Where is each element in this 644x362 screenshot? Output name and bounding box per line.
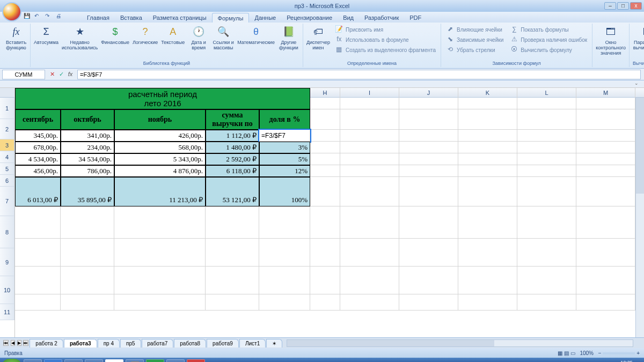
cell-C10[interactable] <box>15 267 61 294</box>
cell-L7[interactable] <box>517 177 576 206</box>
cell-E3[interactable]: 426,00р. <box>114 130 206 142</box>
logical-button[interactable]: ?Логические <box>133 25 158 45</box>
view-normal-icon[interactable]: ▦ <box>558 350 562 356</box>
cell-C2[interactable]: сентябрь <box>15 109 61 130</box>
cell-J5[interactable] <box>399 153 458 165</box>
cell-G5[interactable]: 5% <box>259 153 310 165</box>
cell-L9[interactable] <box>517 239 576 267</box>
row-header-10[interactable]: 10 <box>0 276 14 304</box>
remove-arrows-button[interactable]: ⟲Убрать стрелки <box>444 45 505 55</box>
cell-E4[interactable]: 568,00р. <box>114 142 206 153</box>
cell-J4[interactable] <box>399 142 458 153</box>
cell-I1[interactable] <box>340 88 399 109</box>
cell-L6[interactable] <box>517 165 576 177</box>
sheet-tab-работа 2[interactable]: работа 2 <box>30 339 63 348</box>
minimize-button[interactable]: – <box>604 2 616 10</box>
cell-D6[interactable]: 786,00р. <box>61 165 114 177</box>
horizontal-scrollbar[interactable] <box>287 339 633 347</box>
cell-L4[interactable] <box>517 142 576 153</box>
cell-L10[interactable] <box>517 267 576 294</box>
zoom-in-icon[interactable]: + <box>636 350 640 356</box>
recent-button[interactable]: ★Недавно использовались <box>62 25 98 50</box>
cell-G6[interactable]: 12% <box>259 165 310 177</box>
row-header-6[interactable]: 6 <box>0 175 14 187</box>
cell-M5[interactable] <box>576 153 635 165</box>
row-header-5[interactable]: 5 <box>0 163 14 175</box>
financial-button[interactable]: $Финансовые <box>101 25 129 45</box>
cell-D10[interactable] <box>61 267 114 294</box>
cell-G3[interactable]: =F3/$F7 <box>259 130 310 142</box>
cell-D8[interactable] <box>61 206 114 239</box>
name-box[interactable]: СУММ <box>2 70 45 79</box>
cell-I2[interactable] <box>340 109 399 130</box>
expand-formula-bar-icon[interactable]: ⌄ <box>634 80 639 86</box>
calc-options-button[interactable]: 🖩Параметры вычислений <box>633 25 644 50</box>
more-button[interactable]: 📗Другие функции <box>278 25 299 50</box>
cell-J6[interactable] <box>399 165 458 177</box>
row-header-8[interactable]: 8 <box>0 216 14 248</box>
cell-C9[interactable] <box>15 239 61 267</box>
cell-I6[interactable] <box>340 165 399 177</box>
cell-F3[interactable]: 1 112,00 ₽ <box>206 130 259 142</box>
word-icon[interactable]: W <box>44 359 62 362</box>
cell-I5[interactable] <box>340 153 399 165</box>
cell-K10[interactable] <box>458 267 517 294</box>
fx-bar-icon[interactable]: fx <box>67 71 74 78</box>
cell-M10[interactable] <box>576 267 635 294</box>
cell-J1[interactable] <box>399 88 458 109</box>
cell-H8[interactable] <box>310 206 340 239</box>
cell-J3[interactable] <box>399 130 458 142</box>
cell-G2[interactable]: доля в % <box>259 109 310 130</box>
cell-I4[interactable] <box>340 142 399 153</box>
cell-G7[interactable]: 100% <box>259 177 310 206</box>
view-break-icon[interactable]: ▭ <box>570 350 575 356</box>
ribbon-tab-формулы[interactable]: Формулы <box>212 13 250 23</box>
system-tray[interactable]: 12:35 14.12.2016 <box>614 360 642 362</box>
cell-F2[interactable]: сумма выручки по <box>206 109 259 130</box>
cell-C3[interactable]: 345,00р. <box>15 130 61 142</box>
cell-M6[interactable] <box>576 165 635 177</box>
cell-H11[interactable] <box>310 294 340 311</box>
view-layout-icon[interactable]: ▤ <box>564 350 569 356</box>
cell-H5[interactable] <box>310 153 340 165</box>
cell-H4[interactable] <box>310 142 340 153</box>
row-header-9[interactable]: 9 <box>0 248 14 276</box>
cell-L3[interactable] <box>517 130 576 142</box>
formula-bar[interactable]: =F3/$F7 <box>77 70 641 79</box>
autosum-button[interactable]: ΣАвтосумма <box>34 25 58 45</box>
create-from-selection-button[interactable]: ▦Создать из выделенного фрагмента <box>333 45 437 55</box>
row-header-4[interactable]: 4 <box>0 151 14 163</box>
cell-J9[interactable] <box>399 239 458 267</box>
cell-C6[interactable]: 456,00р. <box>15 165 61 177</box>
cell-F6[interactable]: 6 118,00 ₽ <box>206 165 259 177</box>
cell-K11[interactable] <box>458 294 517 311</box>
trace-precedents-button[interactable]: ⬈Влияющие ячейки <box>444 25 505 34</box>
cell-H9[interactable] <box>310 239 340 267</box>
cell-F9[interactable] <box>206 239 259 267</box>
cell-E9[interactable] <box>114 239 206 267</box>
evaluate-button[interactable]: ⦿Вычислить формулу <box>508 45 589 55</box>
cell-L8[interactable] <box>517 206 576 239</box>
cell-D2[interactable]: октябрь <box>61 109 114 130</box>
cell-E5[interactable]: 5 343,00р. <box>114 153 206 165</box>
cell-G11[interactable] <box>259 294 310 311</box>
first-tab-icon[interactable]: ⏮ <box>3 340 9 346</box>
cell-I8[interactable] <box>340 206 399 239</box>
error-check-button[interactable]: ⚠Проверка наличия ошибок <box>508 35 589 45</box>
cell-L11[interactable] <box>517 294 576 311</box>
cell-F5[interactable]: 2 592,00 ₽ <box>206 153 259 165</box>
folder-icon[interactable]: 🗂 <box>64 359 83 362</box>
cell-K2[interactable] <box>458 109 517 130</box>
cell-J8[interactable] <box>399 206 458 239</box>
excel-icon[interactable]: X <box>146 359 164 362</box>
cell-J11[interactable] <box>399 294 458 311</box>
cell-D5[interactable]: 34 534,00р. <box>61 153 114 165</box>
cell-K1[interactable] <box>458 88 517 109</box>
cell-M11[interactable] <box>576 294 635 311</box>
sheet-tab-работа3[interactable]: работа3 <box>64 339 97 348</box>
undo-icon[interactable]: ↶ <box>34 13 42 20</box>
cell-F11[interactable] <box>206 294 259 311</box>
cell-D4[interactable]: 234,00р. <box>61 142 114 153</box>
save-icon[interactable]: 💾 <box>24 13 31 20</box>
cell-C11[interactable] <box>15 294 61 311</box>
